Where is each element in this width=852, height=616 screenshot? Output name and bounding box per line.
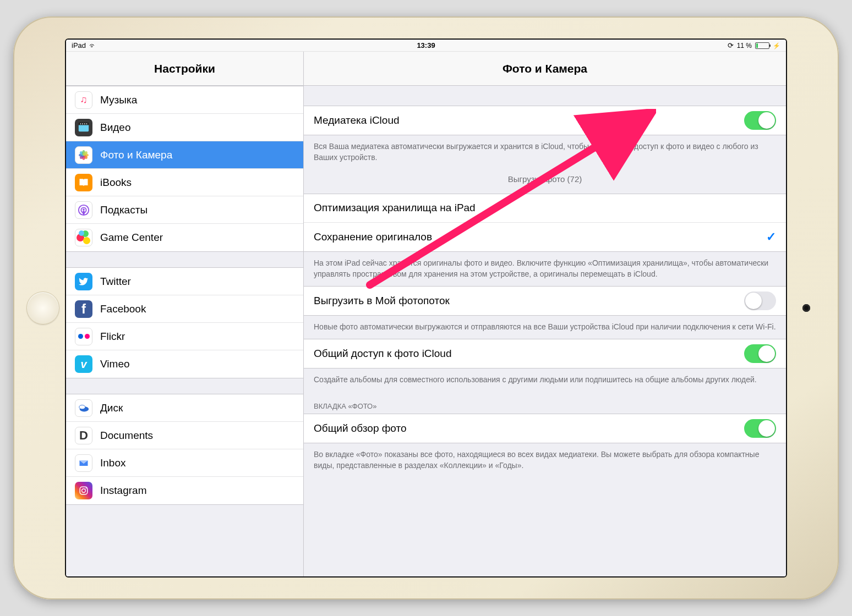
svg-point-21 bbox=[82, 489, 86, 493]
instagram-icon bbox=[75, 482, 92, 499]
toggle-icloud-sharing[interactable] bbox=[744, 344, 776, 363]
svg-point-5 bbox=[86, 123, 88, 124]
sidebar-item-label: iBooks bbox=[100, 177, 132, 189]
svg-point-4 bbox=[84, 123, 85, 124]
podcasts-icon bbox=[75, 201, 92, 219]
sidebar-item-label: Facebook bbox=[100, 303, 146, 315]
flickr-icon bbox=[75, 328, 92, 345]
upload-status: Выгрузка фото (72) bbox=[304, 170, 786, 194]
battery-icon bbox=[755, 42, 769, 49]
photos-tab-header: ВКЛАДКА «ФОТО» bbox=[304, 392, 786, 414]
toggle-icloud-library[interactable] bbox=[744, 111, 776, 130]
sidebar-item-label: Музыка bbox=[100, 94, 137, 106]
sidebar-item-label: Подкасты bbox=[100, 204, 148, 216]
sidebar-group-social: Twitter f Facebook Flickr bbox=[66, 267, 303, 378]
sidebar-title: Настройки bbox=[66, 52, 303, 86]
svg-rect-17 bbox=[83, 210, 85, 214]
sidebar-item-podcasts[interactable]: Подкасты bbox=[66, 196, 303, 224]
status-bar: iPad 13:39 11 % bbox=[66, 40, 786, 52]
facebook-icon: f bbox=[75, 300, 92, 318]
icloud-library-footer: Вся Ваша медиатека автоматически выгружа… bbox=[304, 135, 786, 170]
sidebar-item-label: Twitter bbox=[100, 276, 131, 288]
wifi-icon bbox=[89, 41, 97, 50]
front-camera bbox=[802, 304, 810, 312]
ipad-device-frame: iPad 13:39 11 % Настройки ♫ bbox=[13, 16, 839, 600]
icloud-library-label: Медиатека iCloud bbox=[314, 114, 744, 127]
row-keep-originals[interactable]: Сохранение оригиналов ✓ bbox=[304, 223, 786, 251]
sidebar-item-music[interactable]: ♫ Музыка bbox=[66, 86, 303, 114]
sidebar-item-flickr[interactable]: Flickr bbox=[66, 323, 303, 350]
sidebar-group-media: ♫ Музыка Видео bbox=[66, 86, 303, 252]
sidebar-group-apps: Диск D Documents Inbox bbox=[66, 394, 303, 505]
svg-point-19 bbox=[79, 405, 85, 409]
detail-pane: Фото и Камера Медиатека iCloud Вся Ваша … bbox=[304, 52, 786, 576]
sidebar-item-video[interactable]: Видео bbox=[66, 114, 303, 141]
settings-sidebar: Настройки ♫ Музыка Видео bbox=[66, 52, 304, 576]
photostream-label: Выгрузить в Мой фотопоток bbox=[314, 295, 744, 307]
photostream-footer: Новые фото автоматически выгружаются и о… bbox=[304, 316, 786, 339]
row-icloud-sharing[interactable]: Общий доступ к фото iCloud bbox=[304, 339, 786, 368]
sidebar-item-facebook[interactable]: f Facebook bbox=[66, 295, 303, 323]
row-optimize-storage[interactable]: Оптимизация хранилища на iPad bbox=[304, 194, 786, 223]
screen: iPad 13:39 11 % Настройки ♫ bbox=[65, 38, 787, 578]
sidebar-item-label: Видео bbox=[100, 122, 131, 134]
svg-rect-0 bbox=[79, 124, 89, 131]
battery-percent: 11 % bbox=[737, 42, 752, 50]
sidebar-item-gamecenter[interactable]: Game Center bbox=[66, 224, 303, 251]
sidebar-item-photos[interactable]: Фото и Камера bbox=[66, 141, 303, 169]
sidebar-item-documents[interactable]: D Documents bbox=[66, 422, 303, 449]
section-photos-tab: Общий обзор фото bbox=[304, 414, 786, 443]
checkmark-icon: ✓ bbox=[766, 230, 776, 244]
sidebar-item-disk[interactable]: Диск bbox=[66, 394, 303, 422]
photos-overview-footer: Во вкладке «Фото» показаны все фото, нах… bbox=[304, 443, 786, 478]
photos-overview-label: Общий обзор фото bbox=[314, 422, 744, 435]
inbox-icon bbox=[75, 454, 92, 472]
gamecenter-icon bbox=[75, 229, 92, 246]
sidebar-item-label: Game Center bbox=[100, 232, 163, 244]
documents-icon: D bbox=[75, 427, 92, 444]
optimize-storage-label: Оптимизация хранилища на iPad bbox=[314, 202, 776, 214]
storage-footer: На этом iPad сейчас хранятся оригиналы ф… bbox=[304, 252, 786, 287]
sidebar-item-ibooks[interactable]: iBooks bbox=[66, 169, 303, 196]
keep-originals-label: Сохранение оригиналов bbox=[314, 231, 766, 243]
sidebar-item-label: Documents bbox=[100, 430, 153, 442]
music-icon: ♫ bbox=[75, 91, 92, 109]
orientation-lock-icon bbox=[728, 41, 734, 50]
twitter-icon bbox=[75, 273, 92, 290]
icloud-sharing-label: Общий доступ к фото iCloud bbox=[314, 348, 744, 360]
yandex-disk-icon bbox=[75, 399, 92, 417]
row-icloud-library[interactable]: Медиатека iCloud bbox=[304, 106, 786, 135]
vimeo-icon: v bbox=[75, 355, 92, 373]
section-photostream: Выгрузить в Мой фотопоток bbox=[304, 286, 786, 316]
sidebar-item-label: Vimeo bbox=[100, 358, 130, 370]
clock: 13:39 bbox=[66, 41, 786, 50]
svg-point-22 bbox=[86, 488, 87, 489]
charging-icon bbox=[773, 42, 780, 50]
sidebar-item-inbox[interactable]: Inbox bbox=[66, 449, 303, 477]
sidebar-item-instagram[interactable]: Instagram bbox=[66, 477, 303, 504]
sharing-footer: Создайте альбомы для совместного использ… bbox=[304, 369, 786, 392]
video-icon bbox=[75, 119, 92, 136]
ibooks-icon bbox=[75, 174, 92, 191]
svg-point-16 bbox=[83, 208, 85, 211]
row-photos-overview[interactable]: Общий обзор фото bbox=[304, 414, 786, 443]
sidebar-item-twitter[interactable]: Twitter bbox=[66, 268, 303, 295]
row-photostream[interactable]: Выгрузить в Мой фотопоток bbox=[304, 287, 786, 315]
sidebar-item-label: Inbox bbox=[100, 457, 125, 469]
section-sharing: Общий доступ к фото iCloud bbox=[304, 339, 786, 369]
home-button[interactable] bbox=[26, 292, 59, 324]
svg-point-3 bbox=[82, 123, 83, 124]
photos-icon bbox=[75, 146, 92, 164]
detail-title: Фото и Камера bbox=[304, 52, 786, 86]
section-storage: Оптимизация хранилища на iPad Сохранение… bbox=[304, 194, 786, 252]
section-icloud-library: Медиатека iCloud bbox=[304, 106, 786, 135]
svg-rect-1 bbox=[79, 122, 89, 125]
toggle-photostream[interactable] bbox=[744, 292, 776, 310]
svg-point-2 bbox=[80, 123, 81, 124]
toggle-photos-overview[interactable] bbox=[744, 419, 776, 438]
sidebar-item-label: Instagram bbox=[100, 485, 146, 497]
device-label: iPad bbox=[72, 41, 86, 50]
sidebar-item-label: Диск bbox=[100, 402, 123, 414]
sidebar-item-vimeo[interactable]: v Vimeo bbox=[66, 350, 303, 378]
sidebar-item-label: Flickr bbox=[100, 331, 125, 343]
